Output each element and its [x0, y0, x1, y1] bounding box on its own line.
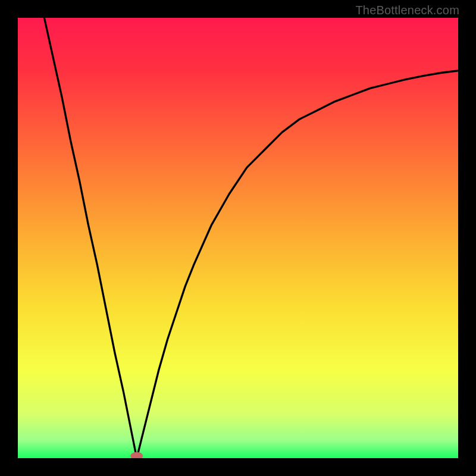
gradient-bg [18, 18, 458, 458]
watermark-text: TheBottleneck.com [355, 4, 459, 17]
plot-area [18, 18, 458, 458]
chart-frame: TheBottleneck.com [0, 0, 476, 476]
chart-svg [18, 18, 458, 458]
